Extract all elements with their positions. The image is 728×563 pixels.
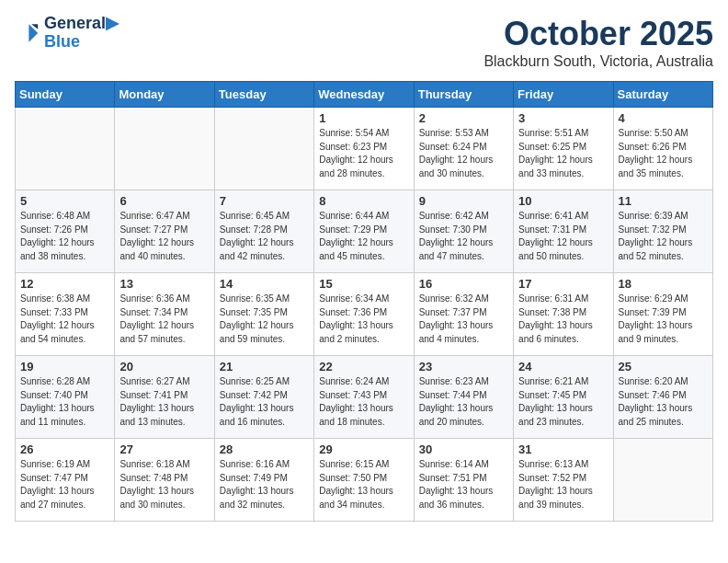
day-info: Sunrise: 6:19 AM Sunset: 7:47 PM Dayligh… bbox=[20, 458, 109, 511]
logo-text: General▶ Blue bbox=[44, 15, 119, 52]
calendar-cell: 29Sunrise: 6:15 AM Sunset: 7:50 PM Dayli… bbox=[314, 439, 414, 522]
day-info: Sunrise: 6:14 AM Sunset: 7:51 PM Dayligh… bbox=[419, 458, 508, 511]
weekday-header: Tuesday bbox=[214, 82, 313, 108]
day-number: 29 bbox=[319, 442, 408, 456]
day-info: Sunrise: 6:15 AM Sunset: 7:50 PM Dayligh… bbox=[319, 458, 408, 511]
calendar-cell: 5Sunrise: 6:48 AM Sunset: 7:26 PM Daylig… bbox=[16, 190, 115, 273]
day-info: Sunrise: 5:54 AM Sunset: 6:23 PM Dayligh… bbox=[319, 127, 408, 180]
day-number: 6 bbox=[119, 194, 209, 208]
day-info: Sunrise: 6:23 AM Sunset: 7:44 PM Dayligh… bbox=[419, 375, 508, 429]
day-info: Sunrise: 5:51 AM Sunset: 6:25 PM Dayligh… bbox=[518, 127, 608, 180]
calendar-cell: 18Sunrise: 6:29 AM Sunset: 7:39 PM Dayli… bbox=[613, 273, 712, 356]
day-info: Sunrise: 6:27 AM Sunset: 7:41 PM Dayligh… bbox=[119, 375, 209, 429]
day-info: Sunrise: 6:29 AM Sunset: 7:39 PM Dayligh… bbox=[619, 293, 708, 346]
calendar-cell bbox=[214, 108, 313, 190]
day-number: 10 bbox=[518, 194, 608, 208]
day-info: Sunrise: 6:28 AM Sunset: 7:40 PM Dayligh… bbox=[20, 375, 109, 429]
day-number: 24 bbox=[518, 360, 608, 373]
calendar-week-row: 12Sunrise: 6:38 AM Sunset: 7:33 PM Dayli… bbox=[16, 273, 713, 356]
logo: General▶ Blue bbox=[15, 15, 119, 52]
day-number: 3 bbox=[518, 111, 608, 125]
calendar-cell: 23Sunrise: 6:23 AM Sunset: 7:44 PM Dayli… bbox=[414, 356, 513, 439]
calendar-cell bbox=[16, 108, 115, 190]
day-info: Sunrise: 6:16 AM Sunset: 7:49 PM Dayligh… bbox=[220, 458, 309, 511]
day-number: 17 bbox=[518, 277, 608, 291]
weekday-header-row: SundayMondayTuesdayWednesdayThursdayFrid… bbox=[16, 82, 713, 108]
day-number: 25 bbox=[619, 360, 708, 373]
day-number: 1 bbox=[319, 111, 408, 125]
day-info: Sunrise: 6:36 AM Sunset: 7:34 PM Dayligh… bbox=[119, 293, 209, 346]
calendar-cell bbox=[115, 108, 214, 190]
calendar-cell: 3Sunrise: 5:51 AM Sunset: 6:25 PM Daylig… bbox=[514, 108, 613, 190]
calendar-cell: 22Sunrise: 6:24 AM Sunset: 7:43 PM Dayli… bbox=[314, 356, 414, 439]
header: General▶ Blue October 2025 Blackburn Sou… bbox=[15, 15, 713, 70]
day-info: Sunrise: 6:18 AM Sunset: 7:48 PM Dayligh… bbox=[119, 458, 209, 511]
day-number: 5 bbox=[20, 194, 109, 208]
calendar-cell: 6Sunrise: 6:47 AM Sunset: 7:27 PM Daylig… bbox=[115, 190, 214, 273]
day-info: Sunrise: 6:24 AM Sunset: 7:43 PM Dayligh… bbox=[319, 375, 408, 429]
day-info: Sunrise: 6:20 AM Sunset: 7:46 PM Dayligh… bbox=[619, 375, 708, 429]
day-info: Sunrise: 6:42 AM Sunset: 7:30 PM Dayligh… bbox=[419, 210, 508, 263]
weekday-header: Wednesday bbox=[314, 82, 414, 108]
weekday-header: Friday bbox=[514, 82, 613, 108]
day-info: Sunrise: 5:53 AM Sunset: 6:24 PM Dayligh… bbox=[419, 127, 508, 180]
day-info: Sunrise: 6:48 AM Sunset: 7:26 PM Dayligh… bbox=[20, 210, 109, 263]
day-number: 4 bbox=[619, 111, 708, 125]
calendar-week-row: 19Sunrise: 6:28 AM Sunset: 7:40 PM Dayli… bbox=[16, 356, 713, 439]
calendar-cell: 1Sunrise: 5:54 AM Sunset: 6:23 PM Daylig… bbox=[314, 108, 414, 190]
calendar-cell: 16Sunrise: 6:32 AM Sunset: 7:37 PM Dayli… bbox=[414, 273, 513, 356]
calendar-cell: 4Sunrise: 5:50 AM Sunset: 6:26 PM Daylig… bbox=[613, 108, 712, 190]
calendar-cell: 12Sunrise: 6:38 AM Sunset: 7:33 PM Dayli… bbox=[16, 273, 115, 356]
day-info: Sunrise: 6:21 AM Sunset: 7:45 PM Dayligh… bbox=[518, 375, 608, 429]
title-section: October 2025 Blackburn South, Victoria, … bbox=[483, 15, 713, 70]
day-number: 15 bbox=[319, 277, 408, 291]
day-info: Sunrise: 6:35 AM Sunset: 7:35 PM Dayligh… bbox=[220, 293, 309, 346]
day-number: 14 bbox=[220, 277, 309, 291]
calendar-cell: 15Sunrise: 6:34 AM Sunset: 7:36 PM Dayli… bbox=[314, 273, 414, 356]
day-number: 28 bbox=[220, 442, 309, 456]
day-info: Sunrise: 6:45 AM Sunset: 7:28 PM Dayligh… bbox=[220, 210, 309, 263]
weekday-header: Sunday bbox=[16, 82, 115, 108]
logo-icon bbox=[15, 20, 40, 46]
day-number: 19 bbox=[20, 360, 109, 373]
day-number: 13 bbox=[119, 277, 209, 291]
calendar-cell: 30Sunrise: 6:14 AM Sunset: 7:51 PM Dayli… bbox=[414, 439, 513, 522]
day-info: Sunrise: 6:38 AM Sunset: 7:33 PM Dayligh… bbox=[20, 293, 109, 346]
calendar-cell: 31Sunrise: 6:13 AM Sunset: 7:52 PM Dayli… bbox=[514, 439, 613, 522]
day-number: 31 bbox=[518, 442, 608, 456]
calendar-cell: 28Sunrise: 6:16 AM Sunset: 7:49 PM Dayli… bbox=[214, 439, 313, 522]
day-number: 23 bbox=[419, 360, 508, 373]
day-info: Sunrise: 6:32 AM Sunset: 7:37 PM Dayligh… bbox=[419, 293, 508, 346]
calendar-cell: 9Sunrise: 6:42 AM Sunset: 7:30 PM Daylig… bbox=[414, 190, 513, 273]
day-number: 8 bbox=[319, 194, 408, 208]
day-number: 11 bbox=[619, 194, 708, 208]
calendar-cell: 14Sunrise: 6:35 AM Sunset: 7:35 PM Dayli… bbox=[214, 273, 313, 356]
calendar-cell: 10Sunrise: 6:41 AM Sunset: 7:31 PM Dayli… bbox=[514, 190, 613, 273]
day-info: Sunrise: 6:13 AM Sunset: 7:52 PM Dayligh… bbox=[518, 458, 608, 511]
day-number: 21 bbox=[220, 360, 309, 373]
calendar-cell: 2Sunrise: 5:53 AM Sunset: 6:24 PM Daylig… bbox=[414, 108, 513, 190]
day-number: 16 bbox=[419, 277, 508, 291]
calendar-cell: 25Sunrise: 6:20 AM Sunset: 7:46 PM Dayli… bbox=[613, 356, 712, 439]
calendar-cell: 17Sunrise: 6:31 AM Sunset: 7:38 PM Dayli… bbox=[514, 273, 613, 356]
calendar-table: SundayMondayTuesdayWednesdayThursdayFrid… bbox=[15, 81, 713, 522]
calendar-week-row: 5Sunrise: 6:48 AM Sunset: 7:26 PM Daylig… bbox=[16, 190, 713, 273]
day-number: 18 bbox=[619, 277, 708, 291]
day-number: 26 bbox=[20, 442, 109, 456]
day-number: 20 bbox=[119, 360, 209, 373]
calendar-cell: 20Sunrise: 6:27 AM Sunset: 7:41 PM Dayli… bbox=[115, 356, 214, 439]
weekday-header: Thursday bbox=[414, 82, 513, 108]
day-info: Sunrise: 6:39 AM Sunset: 7:32 PM Dayligh… bbox=[619, 210, 708, 263]
day-number: 2 bbox=[419, 111, 508, 125]
calendar-cell: 27Sunrise: 6:18 AM Sunset: 7:48 PM Dayli… bbox=[115, 439, 214, 522]
calendar-cell: 21Sunrise: 6:25 AM Sunset: 7:42 PM Dayli… bbox=[214, 356, 313, 439]
calendar-cell: 11Sunrise: 6:39 AM Sunset: 7:32 PM Dayli… bbox=[613, 190, 712, 273]
calendar-week-row: 26Sunrise: 6:19 AM Sunset: 7:47 PM Dayli… bbox=[16, 439, 713, 522]
day-info: Sunrise: 5:50 AM Sunset: 6:26 PM Dayligh… bbox=[619, 127, 708, 180]
day-info: Sunrise: 6:44 AM Sunset: 7:29 PM Dayligh… bbox=[319, 210, 408, 263]
day-number: 9 bbox=[419, 194, 508, 208]
day-number: 30 bbox=[419, 442, 508, 456]
day-info: Sunrise: 6:31 AM Sunset: 7:38 PM Dayligh… bbox=[518, 293, 608, 346]
calendar-cell: 24Sunrise: 6:21 AM Sunset: 7:45 PM Dayli… bbox=[514, 356, 613, 439]
day-number: 27 bbox=[119, 442, 209, 456]
